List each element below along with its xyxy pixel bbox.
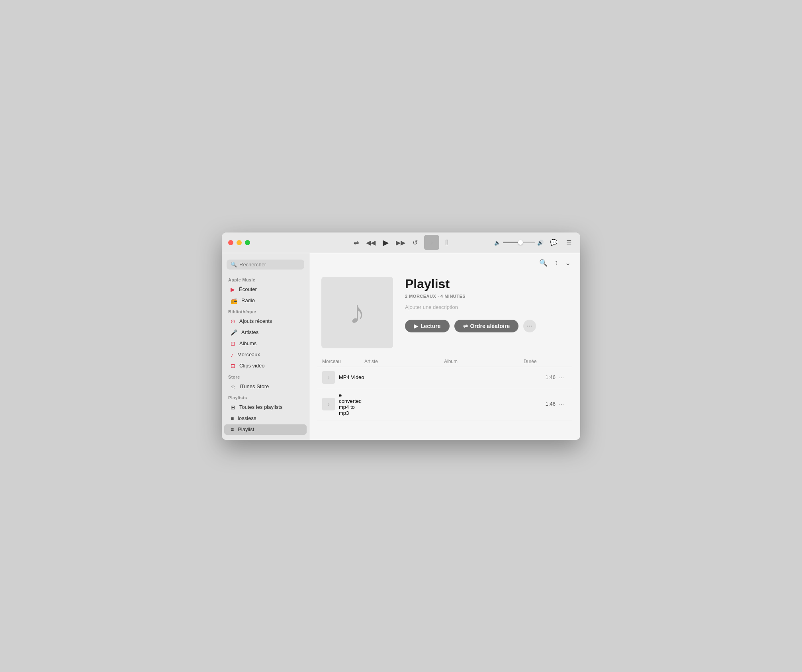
track-note-icon: ♪ [327,374,330,381]
repeat-button[interactable]: ↺ [410,237,420,248]
sidebar-item-label: Ajouts récents [239,318,272,324]
play-icon: ▶ [414,323,418,329]
search-icon: 🔍 [231,262,237,268]
track-duration: 1:46 [524,401,556,407]
volume-slider[interactable] [503,242,535,243]
playlist-header: ♪ Playlist 2 MORCEAUX · 4 MINUTES Ajoute… [309,273,580,356]
content-area: 🔍 ↕ ⌄ ♪ Playlist 2 MORCEAUX · 4 MINUTES … [309,253,580,440]
now-playing-icon: ♪ [424,235,439,250]
playlist-actions: ▶ Lecture ⇌ Ordre aléatoire ··· [405,320,536,332]
track-title: e converted mp4 to mp3 [339,392,364,416]
playlist-info: Playlist 2 MORCEAUX · 4 MINUTES Ajouter … [405,277,536,336]
col-actions [556,359,567,364]
close-button[interactable] [228,240,233,245]
volume-control[interactable]: 🔈 🔊 [494,240,544,246]
shuffle-label: Ordre aléatoire [470,323,510,329]
sidebar: 🔍 Apple Music ▶ Écouter 📻 Radio Biblioth… [222,253,309,440]
sidebar-section-playlists: Playlists [222,392,309,402]
sidebar-item-label: Clips vidéo [239,363,265,369]
sidebar-item-all-playlists[interactable]: ⊞ Toutes les playlists [224,402,307,412]
sidebar-item-albums[interactable]: ⊡ Albums [224,338,307,349]
radio-icon: 📻 [231,297,237,304]
artists-icon: 🎤 [231,329,237,336]
track-title-cell: ♪ MP4 Video [322,371,364,384]
sidebar-item-playlist[interactable]: ≡ Playlist [224,424,307,435]
traffic-lights [228,240,250,245]
sidebar-item-label: Écouter [239,286,257,292]
sidebar-item-label: Albums [239,340,256,346]
playlist-title: Playlist [405,277,536,291]
track-more-button[interactable]: ··· [556,374,567,381]
sidebar-item-label: Toutes les playlists [239,404,282,410]
sidebar-section-bibliotheque: Bibliothèque [222,306,309,316]
search-content-button[interactable]: 🔍 [538,257,549,269]
play-label: Lecture [421,323,441,329]
col-morceau: Morceau [322,359,364,364]
sort-options-button[interactable]: ⌄ [563,257,572,269]
rewind-button[interactable]: ◀◀ [364,237,378,248]
sidebar-item-label: iTunes Store [240,383,269,389]
sidebar-item-label: lossless [238,415,256,421]
queue-button[interactable]: ☰ [564,237,574,248]
track-list: Morceau Artiste Album Durée ♪ MP4 Video [309,356,580,440]
col-duree: Durée [524,359,556,364]
albums-icon: ⊡ [231,340,235,347]
volume-low-icon: 🔈 [494,240,501,246]
playlist-description[interactable]: Ajouter une description [405,304,536,310]
star-icon: ☆ [231,383,236,390]
playlist-meta: 2 MORCEAUX · 4 MINUTES [405,294,536,299]
sidebar-item-lossless[interactable]: ≡ lossless [224,413,307,424]
track-list-header: Morceau Artiste Album Durée [317,356,572,367]
shuffle-playlist-button[interactable]: ⇌ Ordre aléatoire [454,320,519,332]
recent-icon: ⊙ [231,318,235,324]
sidebar-item-artistes[interactable]: 🎤 Artistes [224,327,307,338]
col-album: Album [444,359,524,364]
play-playlist-button[interactable]: ▶ Lecture [405,320,450,332]
forward-button[interactable]: ▶▶ [393,237,408,248]
track-title-cell: ♪ e converted mp4 to mp3 [322,392,364,416]
sidebar-item-clips[interactable]: ⊟ Clips vidéo [224,361,307,371]
transport-controls: ⇌ ◀◀ ▶ ▶▶ ↺ ♪  [351,235,451,250]
track-more-button[interactable]: ··· [556,400,567,407]
track-note-icon: ♪ [327,401,330,407]
sidebar-item-label: Playlist [238,426,254,432]
minimize-button[interactable] [237,240,242,245]
search-input[interactable] [239,262,300,268]
search-bar[interactable]: 🔍 [227,260,304,270]
sidebar-item-itunes[interactable]: ☆ iTunes Store [224,381,307,392]
track-duration: 1:46 [524,374,556,380]
sidebar-section-apple-music: Apple Music [222,274,309,284]
sidebar-item-ajouts[interactable]: ⊙ Ajouts récents [224,316,307,326]
video-icon: ⊟ [231,363,235,369]
titlebar-right-controls: 🔈 🔊 💬 ☰ [494,237,574,248]
table-row: ♪ MP4 Video 1:46 ··· [317,367,572,388]
music-note-small-icon: ♪ [231,352,233,358]
play-circle-icon: ▶ [231,286,235,293]
table-row: ♪ e converted mp4 to mp3 1:46 ··· [317,388,572,420]
content-toolbar: 🔍 ↕ ⌄ [309,253,580,273]
sidebar-item-morceaux[interactable]: ♪ Morceaux [224,350,307,360]
maximize-button[interactable] [245,240,250,245]
sidebar-item-label: Radio [241,297,255,303]
sidebar-item-label: Morceaux [237,352,260,357]
more-options-button[interactable]: ··· [523,320,536,332]
sidebar-item-ecouter[interactable]: ▶ Écouter [224,284,307,295]
sort-button[interactable]: ↕ [553,257,560,268]
music-note-large-icon: ♪ [349,294,365,331]
main-layout: 🔍 Apple Music ▶ Écouter 📻 Radio Biblioth… [222,253,580,440]
play-button[interactable]: ▶ [380,236,391,249]
lyrics-button[interactable]: 💬 [548,237,560,248]
shuffle-button[interactable]: ⇌ [351,237,361,248]
col-artiste: Artiste [364,359,444,364]
track-title: MP4 Video [339,374,364,380]
playlist-artwork: ♪ [321,277,393,348]
volume-high-icon: 🔊 [537,240,544,246]
apple-logo-icon:  [446,238,448,247]
grid-icon: ⊞ [231,404,235,410]
playlist-active-icon: ≡ [231,426,234,433]
playlist-icon: ≡ [231,415,234,422]
shuffle-icon: ⇌ [463,323,468,329]
sidebar-item-radio[interactable]: 📻 Radio [224,295,307,306]
sidebar-section-store: Store [222,371,309,381]
track-thumbnail: ♪ [322,371,335,384]
